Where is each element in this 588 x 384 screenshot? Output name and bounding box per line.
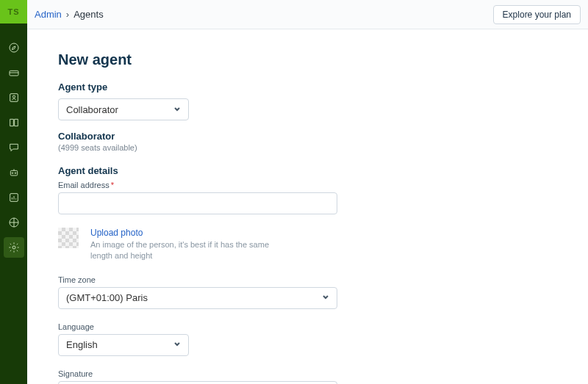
topbar: Admin › Agents Explore your plan — [27, 0, 588, 29]
content-scroll[interactable]: New agent Agent type Collaborator Collab… — [27, 29, 588, 384]
collaborator-title: Collaborator — [58, 131, 588, 142]
breadcrumb-current: Agents — [74, 9, 103, 20]
svg-point-0 — [10, 43, 18, 52]
brand-logo[interactable]: TS — [0, 0, 27, 23]
seats-available: (4999 seats available) — [58, 143, 588, 152]
page-title: New agent — [58, 51, 588, 68]
email-field[interactable] — [66, 198, 329, 210]
email-input-wrap — [58, 192, 337, 214]
svg-point-6 — [15, 173, 16, 174]
chevron-right-icon: › — [66, 9, 69, 20]
language-select[interactable]: English — [58, 334, 189, 356]
required-asterisk: * — [111, 181, 114, 189]
nav-explore[interactable] — [4, 212, 24, 233]
nav-contacts[interactable] — [4, 87, 24, 108]
timezone-select[interactable]: (GMT+01:00) Paris — [58, 287, 337, 309]
book-icon — [8, 117, 20, 128]
nav-reports[interactable] — [4, 187, 24, 208]
email-label: Email address* — [58, 181, 588, 189]
sidebar-rail: TS — [0, 0, 27, 384]
svg-rect-1 — [10, 70, 18, 76]
language-value: English — [66, 339, 98, 350]
timezone-label: Time zone — [58, 275, 588, 284]
chevron-down-icon — [173, 104, 181, 115]
nav-solutions[interactable] — [4, 112, 24, 133]
agent-type-select[interactable]: Collaborator — [58, 98, 189, 120]
agent-type-label: Agent type — [58, 81, 588, 93]
breadcrumb: Admin › Agents — [35, 9, 104, 20]
bot-icon — [8, 167, 20, 178]
chevron-down-icon — [173, 339, 181, 350]
svg-point-5 — [12, 173, 13, 174]
upload-photo-desc: An image of the person, it's best if it … — [90, 239, 274, 262]
nav-admin[interactable] — [4, 237, 24, 258]
chevron-down-icon — [322, 292, 329, 303]
gear-icon — [8, 242, 20, 253]
explore-icon — [8, 217, 20, 228]
agent-details-title: Agent details — [58, 165, 588, 176]
ticket-icon — [8, 67, 20, 79]
avatar-placeholder — [58, 228, 79, 248]
svg-point-3 — [12, 95, 15, 98]
chat-icon — [8, 142, 20, 153]
compass-icon — [8, 42, 20, 54]
timezone-value: (GMT+01:00) Paris — [66, 292, 148, 303]
contact-icon — [8, 92, 20, 104]
nav-bot[interactable] — [4, 162, 24, 183]
chart-icon — [8, 192, 20, 203]
main-area: Admin › Agents Explore your plan New age… — [27, 0, 588, 384]
upload-photo-link[interactable]: Upload photo — [90, 228, 274, 238]
nav-tickets[interactable] — [4, 62, 24, 83]
nav-chat[interactable] — [4, 137, 24, 158]
nav-dashboard[interactable] — [4, 37, 24, 58]
svg-point-9 — [12, 246, 15, 249]
language-label: Language — [58, 322, 588, 331]
signature-label: Signature — [58, 369, 588, 378]
signature-editor[interactable] — [58, 381, 337, 384]
explore-plan-button[interactable]: Explore your plan — [493, 5, 581, 24]
breadcrumb-root[interactable]: Admin — [35, 9, 62, 20]
agent-type-value: Collaborator — [66, 104, 118, 115]
